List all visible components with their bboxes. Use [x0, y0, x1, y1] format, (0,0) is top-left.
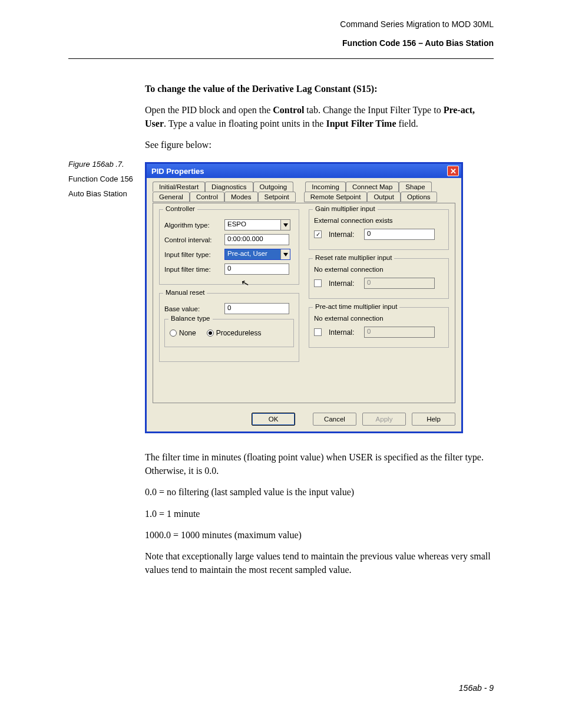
input-filter-time-label: Input filter time: [164, 266, 221, 273]
controller-legend: Controller [163, 205, 197, 212]
reset-rate-multiplier-group: Reset rate multiplier input No external … [309, 258, 449, 299]
close-button[interactable]: ✕ [447, 166, 459, 176]
balance-type-group: Balance type None Procedureless [164, 319, 294, 347]
preact-legend: Pre-act time multiplier input [313, 303, 399, 310]
dialog-title: PID Properties [151, 167, 204, 176]
svg-marker-0 [283, 223, 288, 227]
instruction-paragraph: Open the PID block and open the Control … [145, 104, 494, 130]
control-interval-input[interactable]: 0:00:00.000 [224, 234, 289, 245]
pid-properties-dialog: PID Properties ✕ Initial/Restart Diagnos… [145, 162, 463, 433]
cancel-button[interactable]: Cancel [313, 413, 356, 426]
base-value-label: Base value: [164, 305, 221, 312]
preact-internal-label: Internal: [329, 328, 361, 337]
tab-diagnostics[interactable]: Diagnostics [205, 182, 253, 192]
tab-shape[interactable]: Shape [399, 182, 431, 192]
balance-type-legend: Balance type [168, 315, 213, 322]
manual-reset-legend: Manual reset [163, 289, 207, 296]
header-line1: Command Series Migration to MOD 30ML [68, 18, 494, 31]
cursor-icon: ↖ [240, 277, 250, 290]
gain-legend: Gain multiplier input [313, 205, 378, 212]
after-paragraph-2: 0.0 = no filtering (last sampled value i… [145, 486, 494, 499]
after-paragraph-3: 1.0 = 1 minute [145, 508, 494, 521]
gain-internal-label: Internal: [329, 230, 361, 239]
gain-internal-checkbox[interactable]: ✓ [314, 230, 322, 238]
after-paragraph-1: The filter time in minutes (floating poi… [145, 451, 494, 477]
tab-output[interactable]: Output [367, 192, 401, 202]
reset-internal-label: Internal: [329, 279, 361, 288]
figure-title-1: Function Code 156 [68, 174, 145, 183]
page-number: 156ab - 9 [459, 683, 494, 693]
tab-connect-map[interactable]: Connect Map [346, 182, 399, 192]
figure-title-2: Auto Bias Station [68, 189, 145, 198]
tab-initial-restart[interactable]: Initial/Restart [153, 182, 205, 192]
input-filter-type-combo[interactable]: Pre-act, User [224, 249, 290, 260]
manual-reset-group: Manual reset Base value: 0 Balance type [159, 293, 299, 362]
gain-internal-input[interactable]: 0 [364, 229, 435, 240]
lead-paragraph: To change the value of the Derivative La… [145, 83, 494, 95]
control-tab-panel: Controller Algorithm type: ESPO Co [153, 203, 455, 403]
tab-setpoint[interactable]: Setpoint [258, 192, 296, 202]
input-filter-type-label: Input filter type: [164, 251, 221, 258]
tab-control[interactable]: Control [190, 192, 224, 202]
help-button[interactable]: Help [412, 413, 455, 426]
figure-caption: Figure 156ab .7. [68, 160, 145, 169]
tab-incoming[interactable]: Incoming [305, 182, 346, 192]
gain-connection-status: External connection exists [314, 217, 444, 224]
tab-general[interactable]: General [153, 192, 190, 202]
algorithm-type-combo[interactable]: ESPO [224, 219, 290, 230]
dialog-button-row: OK Cancel Apply Help [147, 409, 461, 431]
tab-remote-setpoint[interactable]: Remote Setpoint [304, 192, 368, 202]
close-icon: ✕ [450, 167, 457, 176]
reset-internal-checkbox[interactable] [314, 279, 322, 287]
header-rule [68, 58, 494, 59]
tab-modes[interactable]: Modes [224, 192, 258, 202]
after-paragraph-5: Note that exceptionally large values ten… [145, 550, 494, 577]
dialog-titlebar[interactable]: PID Properties ✕ [147, 164, 461, 178]
figure-sidebar [68, 83, 145, 160]
after-paragraph-4: 1000.0 = 1000 minutes (maximum value) [145, 529, 494, 542]
tab-options[interactable]: Options [401, 192, 437, 202]
apply-button: Apply [362, 413, 406, 426]
svg-marker-1 [283, 253, 288, 256]
reset-connection-status: No external connection [314, 266, 444, 273]
tab-strip: Initial/Restart Diagnostics Outgoing Inc… [153, 182, 455, 202]
gain-multiplier-group: Gain multiplier input External connectio… [309, 209, 449, 250]
base-value-input[interactable]: 0 [224, 303, 289, 314]
preact-internal-input: 0 [364, 327, 435, 338]
see-figure: See figure below: [145, 139, 494, 151]
preact-connection-status: No external connection [314, 315, 444, 322]
chevron-down-icon [280, 220, 290, 230]
tab-outgoing[interactable]: Outgoing [253, 182, 294, 192]
input-filter-time-input[interactable]: 0 [224, 263, 289, 275]
controller-group: Controller Algorithm type: ESPO Co [159, 209, 299, 285]
reset-legend: Reset rate multiplier input [313, 254, 394, 261]
algorithm-type-label: Algorithm type: [164, 222, 221, 229]
control-interval-label: Control interval: [164, 236, 221, 243]
chevron-down-icon [280, 249, 290, 259]
balance-procedureless-radio[interactable]: Procedureless [207, 329, 262, 337]
reset-internal-input: 0 [364, 278, 435, 289]
preact-internal-checkbox[interactable] [314, 328, 322, 336]
header-line2: Function Code 156 – Auto Bias Station [68, 37, 494, 50]
preact-time-multiplier-group: Pre-act time multiplier input No externa… [309, 307, 449, 348]
balance-none-radio[interactable]: None [170, 329, 196, 337]
ok-button[interactable]: OK [252, 413, 295, 426]
